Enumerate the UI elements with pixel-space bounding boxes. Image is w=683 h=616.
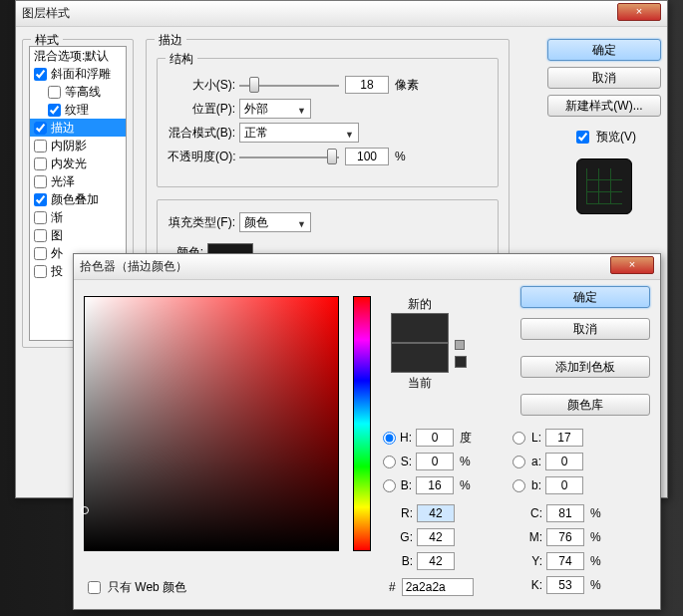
filltype-dropdown[interactable]: 颜色 xyxy=(239,212,311,232)
style-check-4[interactable] xyxy=(34,140,47,153)
style-item-3[interactable]: 描边 xyxy=(30,119,126,137)
b-input[interactable] xyxy=(545,476,583,494)
current-color-swatch[interactable] xyxy=(391,343,449,373)
structure-group: 结构 大小(S): 像素 位置(P): 外部 混合模式(B): 正常 xyxy=(157,58,499,187)
hex-input[interactable] xyxy=(402,578,474,596)
style-item-7[interactable]: 颜色叠加 xyxy=(30,190,126,208)
style-check-10[interactable] xyxy=(34,247,47,260)
new-label: 新的 xyxy=(391,296,449,313)
style-item-8[interactable]: 渐 xyxy=(30,208,126,226)
preview-swatch xyxy=(576,158,632,214)
web-only-label: 只有 Web 颜色 xyxy=(108,579,186,596)
current-label: 当前 xyxy=(391,375,449,392)
size-input[interactable] xyxy=(345,76,389,94)
style-check-1[interactable] xyxy=(48,86,61,99)
h-radio[interactable] xyxy=(383,432,396,445)
style-check-0[interactable] xyxy=(34,68,47,81)
opacity-slider[interactable] xyxy=(239,149,339,164)
l-input[interactable] xyxy=(545,429,583,447)
c-input[interactable] xyxy=(546,504,584,522)
style-item-1[interactable]: 等高线 xyxy=(30,83,126,101)
a-radio[interactable] xyxy=(512,456,525,468)
preview-label: 预览(V) xyxy=(596,129,636,146)
style-check-8[interactable] xyxy=(34,211,47,224)
cp-cancel-button[interactable]: 取消 xyxy=(520,318,650,340)
structure-label: 结构 xyxy=(166,51,197,68)
cancel-button[interactable]: 取消 xyxy=(547,67,661,89)
style-check-9[interactable] xyxy=(34,229,47,242)
style-check-11[interactable] xyxy=(34,265,47,278)
color-picker-dialog: 拾色器（描边颜色） × 新的 当前 确定 取消 添加到色板 颜色库 xyxy=(73,253,661,610)
bv-radio[interactable] xyxy=(383,479,396,492)
a-input[interactable] xyxy=(545,453,583,470)
bv-input[interactable] xyxy=(416,476,454,494)
style-item-6[interactable]: 光泽 xyxy=(30,172,126,190)
l-radio[interactable] xyxy=(512,432,525,445)
style-check-5[interactable] xyxy=(34,157,47,170)
position-label: 位置(P): xyxy=(168,101,239,118)
k-input[interactable] xyxy=(546,576,584,594)
ok-button[interactable]: 确定 xyxy=(547,39,661,61)
s-input[interactable] xyxy=(416,453,454,470)
new-color-swatch[interactable] xyxy=(391,313,449,343)
style-check-3[interactable] xyxy=(34,122,47,135)
style-item-2[interactable]: 纹理 xyxy=(30,101,126,119)
size-unit: 像素 xyxy=(395,77,419,94)
cp-lib-button[interactable]: 颜色库 xyxy=(520,394,650,416)
size-label: 大小(S): xyxy=(168,77,239,94)
web-safe-icon[interactable] xyxy=(455,356,467,368)
cp-close-button[interactable]: × xyxy=(610,256,654,274)
style-item-0[interactable]: 斜面和浮雕 xyxy=(30,65,126,83)
cube-icon[interactable] xyxy=(455,340,465,350)
style-check-2[interactable] xyxy=(48,104,61,117)
m-input[interactable] xyxy=(546,528,584,546)
g-input[interactable] xyxy=(417,528,455,546)
opacity-unit: % xyxy=(395,150,406,163)
hex-prefix: # xyxy=(389,580,396,594)
new-current-swatch: 新的 当前 xyxy=(391,296,449,392)
size-slider[interactable] xyxy=(239,77,339,93)
layer-style-title: 图层样式 xyxy=(22,5,70,22)
style-check-7[interactable] xyxy=(34,193,47,206)
style-item-5[interactable]: 内发光 xyxy=(30,154,126,172)
filltype-label: 填充类型(F): xyxy=(168,214,239,231)
blendmode-label: 混合模式(B): xyxy=(168,125,239,142)
position-dropdown[interactable]: 外部 xyxy=(239,99,311,119)
preview-checkbox[interactable] xyxy=(576,131,589,144)
cp-ok-button[interactable]: 确定 xyxy=(520,286,650,308)
b-radio[interactable] xyxy=(512,479,525,492)
h-input[interactable] xyxy=(416,429,454,447)
color-picker-titlebar[interactable]: 拾色器（描边颜色） × xyxy=(74,254,660,280)
stroke-label: 描边 xyxy=(155,32,186,49)
style-item-4[interactable]: 内阴影 xyxy=(30,137,126,154)
cp-add-button[interactable]: 添加到色板 xyxy=(520,356,650,378)
style-item-9[interactable]: 图 xyxy=(30,226,126,244)
r-input[interactable] xyxy=(417,504,455,522)
s-radio[interactable] xyxy=(383,456,396,468)
blend-options-item[interactable]: 混合选项:默认 xyxy=(30,47,126,65)
new-style-button[interactable]: 新建样式(W)... xyxy=(547,95,661,117)
opacity-label: 不透明度(O): xyxy=(168,149,239,165)
color-picker-title: 拾色器（描边颜色） xyxy=(80,258,187,275)
style-check-6[interactable] xyxy=(34,175,47,188)
layer-style-titlebar[interactable]: 图层样式 × xyxy=(16,1,667,27)
sv-field[interactable] xyxy=(84,296,339,551)
hue-slider[interactable] xyxy=(353,296,371,551)
blendmode-dropdown[interactable]: 正常 xyxy=(239,123,359,143)
y-input[interactable] xyxy=(546,552,584,570)
close-button[interactable]: × xyxy=(617,3,661,21)
opacity-input[interactable] xyxy=(345,148,389,165)
bb-input[interactable] xyxy=(417,552,455,570)
web-only-checkbox[interactable] xyxy=(88,581,101,594)
